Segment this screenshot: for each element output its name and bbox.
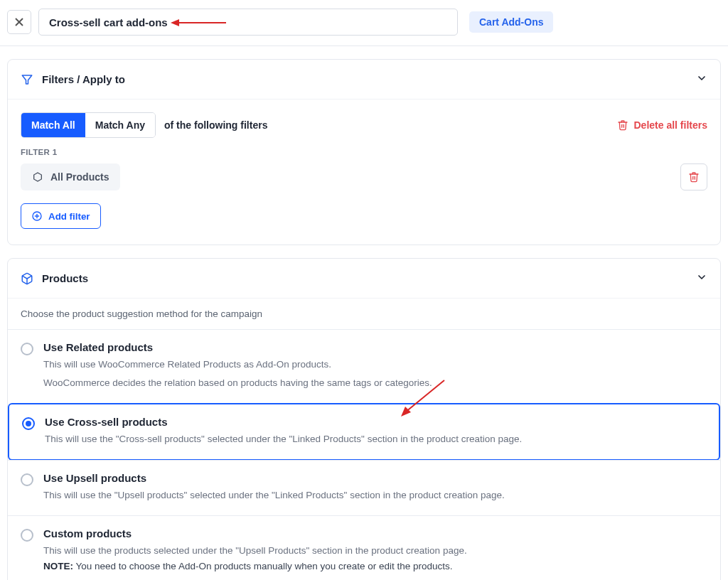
products-subtitle: Choose the product suggestion method for… xyxy=(8,308,720,329)
chevron-down-icon xyxy=(696,72,707,86)
delete-filter-button[interactable] xyxy=(680,163,707,190)
delete-all-filters-button[interactable]: Delete all filters xyxy=(617,119,708,131)
add-filter-button[interactable]: Add filter xyxy=(21,203,101,229)
option-title: Use Related products xyxy=(43,341,432,353)
trash-icon xyxy=(688,171,700,183)
option-upsell-products[interactable]: Use Upsell products This will use the "U… xyxy=(8,460,720,515)
products-heading: Products xyxy=(42,272,88,284)
option-desc-2: WooCommerce decides the relation based o… xyxy=(43,376,432,390)
radio-icon xyxy=(22,417,35,430)
campaign-title-input[interactable] xyxy=(38,9,458,36)
box-icon xyxy=(21,272,33,285)
products-section-header[interactable]: Products xyxy=(8,259,720,298)
add-filter-label: Add filter xyxy=(48,211,90,222)
option-desc: This will use the products selected unde… xyxy=(43,544,467,558)
campaign-type-badge: Cart Add-Ons xyxy=(469,11,553,33)
option-note: NOTE: You need to choose the Add-On prod… xyxy=(43,561,467,571)
filter-icon xyxy=(21,73,33,86)
option-related-products[interactable]: Use Related products This will use WooCo… xyxy=(8,329,720,404)
plus-circle-icon xyxy=(31,210,43,222)
trash-icon xyxy=(617,119,628,131)
option-custom-products[interactable]: Custom products This will use the produc… xyxy=(8,515,720,580)
option-cross-sell-products[interactable]: Use Cross-sell products This will use th… xyxy=(8,403,720,461)
x-icon xyxy=(14,17,24,27)
match-any-option[interactable]: Match Any xyxy=(85,113,155,137)
filter-1-label: FILTER 1 xyxy=(21,148,707,156)
match-all-option[interactable]: Match All xyxy=(21,113,85,137)
option-title: Use Cross-sell products xyxy=(45,416,522,428)
delete-all-filters-label: Delete all filters xyxy=(634,119,708,131)
option-desc: This will use the "Cross-sell products" … xyxy=(45,432,522,446)
match-suffix-text: of the following filters xyxy=(164,119,267,131)
radio-icon xyxy=(21,473,33,486)
filter-chip-all-products[interactable]: All Products xyxy=(21,163,120,190)
close-button[interactable] xyxy=(7,10,31,34)
chevron-down-icon xyxy=(696,272,707,285)
match-toggle[interactable]: Match All Match Any xyxy=(21,112,156,138)
filters-heading: Filters / Apply to xyxy=(42,73,125,85)
option-title: Custom products xyxy=(43,527,467,539)
radio-icon xyxy=(21,529,33,542)
option-title: Use Upsell products xyxy=(43,472,505,484)
radio-icon xyxy=(21,343,33,355)
option-desc: This will use WooCommerce Related Produc… xyxy=(43,358,432,372)
cube-icon xyxy=(32,171,43,183)
svg-marker-2 xyxy=(22,75,32,84)
filters-section-header[interactable]: Filters / Apply to xyxy=(8,60,720,99)
option-desc: This will use the "Upsell products" sele… xyxy=(43,488,505,503)
filter-chip-label: All Products xyxy=(50,171,109,183)
